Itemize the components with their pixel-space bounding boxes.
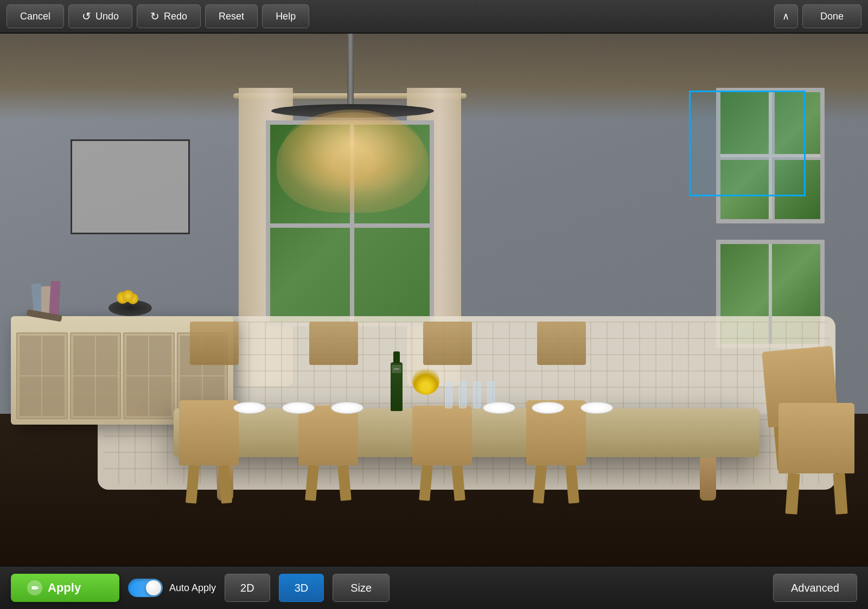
chandelier-glow [282,110,423,191]
help-button[interactable]: Help [262,4,309,28]
view-2d-button[interactable]: 2D [225,574,270,602]
plates-left [233,402,363,414]
window-right-top [716,88,825,223]
chair-back-center-right [423,322,472,365]
done-label: Done [820,11,844,22]
view-2d-label: 2D [240,582,254,594]
chevron-up-icon: ∧ [782,10,789,22]
chandelier-chain [347,34,354,110]
size-button[interactable]: Size [333,574,390,602]
chair-front-right-center [412,406,472,465]
toggle-knob [146,580,161,595]
books-decor [33,278,71,316]
door-pane [42,336,64,375]
wine-bottle: wine [391,362,403,411]
sideboard-door-1 [16,332,68,419]
chevron-up-button[interactable]: ∧ [774,4,798,28]
toolbar: Cancel ↺ Undo ↻ Redo Reset Help ∧ Done [0,0,868,34]
reset-button[interactable]: Reset [205,4,258,28]
door-pane [42,376,64,416]
door-pane [73,336,95,375]
apply-button[interactable]: ✏ Apply [11,574,119,602]
auto-apply-toggle[interactable] [128,579,163,597]
chair-right-front [778,403,854,473]
door-pane [20,336,41,375]
advanced-label: Advanced [791,582,839,594]
reset-label: Reset [219,11,244,22]
fruit-bowl [108,300,152,316]
chandelier [266,104,439,213]
door-pane [126,336,148,375]
plates-right [483,402,613,414]
door-pane [20,376,41,416]
undo-button[interactable]: ↺ Undo [68,4,132,28]
apply-icon: ✏ [27,580,42,595]
redo-icon: ↻ [150,10,159,23]
apply-label: Apply [48,581,81,595]
chair-front-left [179,400,239,465]
undo-label: Undo [95,11,119,22]
cancel-label: Cancel [20,11,50,22]
chair-back-left [190,322,239,365]
art-frame[interactable] [71,139,190,234]
door-pane [96,336,118,375]
advanced-button[interactable]: Advanced [773,574,857,602]
done-button[interactable]: Done [802,4,861,28]
size-label: Size [350,582,372,594]
sideboard-door-3 [123,332,175,419]
view-3d-button[interactable]: 3D [279,574,324,602]
flower-vase [412,368,439,411]
door-pane [96,376,118,416]
door-pane [73,376,95,416]
help-label: Help [276,11,296,22]
chair-back-right [537,322,586,365]
auto-apply-container: Auto Apply [128,579,216,597]
cancel-button[interactable]: Cancel [7,4,64,28]
redo-button[interactable]: ↻ Redo [137,4,201,28]
chair-back-center-left [309,322,358,365]
door-pane [149,376,171,416]
bottom-toolbar: ✏ Apply Auto Apply 2D 3D Size Advanced [0,566,868,609]
door-pane [126,376,148,416]
view-3d-label: 3D [295,582,309,594]
undo-icon: ↺ [82,10,91,23]
chair-front-center [298,406,358,465]
redo-label: Redo [164,11,187,22]
door-pane [149,336,171,375]
sideboard-door-2 [70,332,122,419]
auto-apply-label: Auto Apply [169,582,216,594]
scene-viewport[interactable]: wine [0,34,868,566]
